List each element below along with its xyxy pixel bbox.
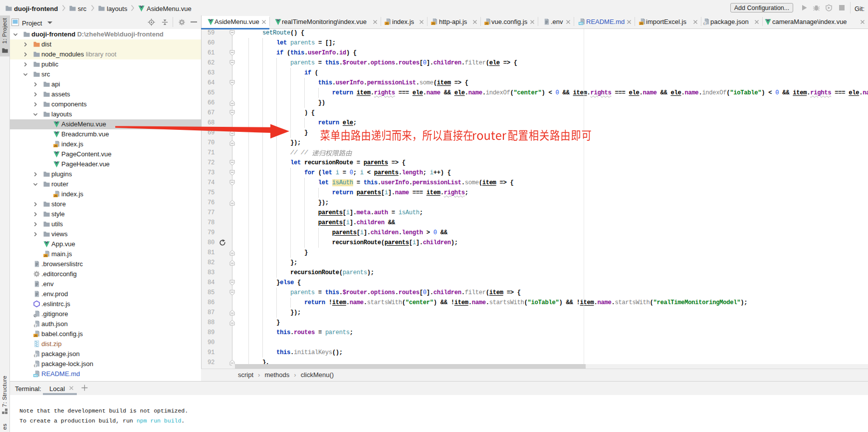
svg-text:JS: JS <box>640 22 643 25</box>
svg-text:{): {) <box>703 22 706 25</box>
